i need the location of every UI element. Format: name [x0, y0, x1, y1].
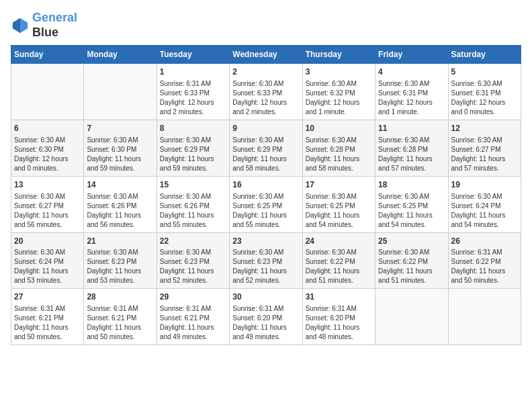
day-info: Sunrise: 6:30 AM Sunset: 6:31 PM Dayligh…: [451, 79, 518, 117]
day-number: 30: [232, 291, 299, 303]
day-info: Sunrise: 6:30 AM Sunset: 6:30 PM Dayligh…: [14, 136, 81, 173]
day-info: Sunrise: 6:30 AM Sunset: 6:25 PM Dayligh…: [378, 192, 445, 230]
calendar-cell: 24Sunrise: 6:30 AM Sunset: 6:22 PM Dayli…: [302, 232, 375, 289]
header-wednesday: Wednesday: [230, 46, 302, 64]
calendar-cell: 7Sunrise: 6:30 AM Sunset: 6:30 PM Daylig…: [84, 120, 157, 176]
day-info: Sunrise: 6:30 AM Sunset: 6:23 PM Dayligh…: [160, 248, 226, 285]
calendar-week-4: 20Sunrise: 6:30 AM Sunset: 6:24 PM Dayli…: [11, 232, 521, 289]
header-saturday: Saturday: [448, 46, 521, 64]
day-number: 18: [378, 179, 445, 191]
day-info: Sunrise: 6:30 AM Sunset: 6:26 PM Dayligh…: [160, 192, 226, 230]
calendar-cell: 26Sunrise: 6:31 AM Sunset: 6:22 PM Dayli…: [448, 232, 521, 289]
day-info: Sunrise: 6:30 AM Sunset: 6:22 PM Dayligh…: [306, 248, 372, 285]
calendar-cell: 9Sunrise: 6:30 AM Sunset: 6:29 PM Daylig…: [230, 120, 302, 176]
calendar-cell: 19Sunrise: 6:30 AM Sunset: 6:24 PM Dayli…: [448, 176, 521, 232]
day-number: 15: [160, 179, 226, 191]
day-number: 21: [87, 236, 153, 247]
header-sunday: Sunday: [11, 46, 84, 64]
day-number: 5: [451, 66, 518, 78]
calendar-cell: 15Sunrise: 6:30 AM Sunset: 6:26 PM Dayli…: [157, 176, 229, 232]
day-number: 9: [232, 123, 299, 134]
calendar-week-2: 6Sunrise: 6:30 AM Sunset: 6:30 PM Daylig…: [11, 120, 521, 176]
day-info: Sunrise: 6:30 AM Sunset: 6:22 PM Dayligh…: [378, 248, 445, 285]
day-info: Sunrise: 6:30 AM Sunset: 6:26 PM Dayligh…: [87, 192, 153, 230]
day-info: Sunrise: 6:30 AM Sunset: 6:23 PM Dayligh…: [232, 248, 299, 285]
day-number: 24: [306, 236, 372, 247]
day-info: Sunrise: 6:30 AM Sunset: 6:25 PM Dayligh…: [306, 192, 372, 230]
day-number: 19: [451, 179, 518, 191]
calendar-cell: 17Sunrise: 6:30 AM Sunset: 6:25 PM Dayli…: [302, 176, 375, 232]
day-info: Sunrise: 6:30 AM Sunset: 6:31 PM Dayligh…: [378, 79, 445, 117]
logo-icon: [11, 16, 30, 35]
calendar-cell: 1Sunrise: 6:31 AM Sunset: 6:33 PM Daylig…: [157, 64, 229, 120]
day-number: 25: [378, 236, 445, 247]
day-number: 29: [160, 291, 226, 303]
calendar-cell: 20Sunrise: 6:30 AM Sunset: 6:24 PM Dayli…: [11, 232, 84, 289]
calendar-header-row: SundayMondayTuesdayWednesdayThursdayFrid…: [11, 46, 521, 64]
day-number: 17: [306, 179, 372, 191]
day-info: Sunrise: 6:30 AM Sunset: 6:29 PM Dayligh…: [160, 136, 226, 173]
calendar-cell: 12Sunrise: 6:30 AM Sunset: 6:27 PM Dayli…: [448, 120, 521, 176]
calendar-cell: 29Sunrise: 6:31 AM Sunset: 6:21 PM Dayli…: [157, 289, 229, 345]
logo-text: General Blue: [32, 11, 77, 40]
day-info: Sunrise: 6:30 AM Sunset: 6:25 PM Dayligh…: [232, 192, 299, 230]
calendar-table: SundayMondayTuesdayWednesdayThursdayFrid…: [11, 45, 521, 345]
svg-marker-0: [20, 17, 28, 32]
day-number: 31: [306, 291, 372, 303]
day-info: Sunrise: 6:31 AM Sunset: 6:33 PM Dayligh…: [160, 79, 226, 117]
day-info: Sunrise: 6:30 AM Sunset: 6:32 PM Dayligh…: [306, 79, 372, 117]
calendar-week-3: 13Sunrise: 6:30 AM Sunset: 6:27 PM Dayli…: [11, 176, 521, 232]
day-number: 1: [160, 66, 226, 78]
calendar-cell: 23Sunrise: 6:30 AM Sunset: 6:23 PM Dayli…: [230, 232, 302, 289]
header-monday: Monday: [84, 46, 157, 64]
day-number: 23: [232, 236, 299, 247]
calendar-cell: 14Sunrise: 6:30 AM Sunset: 6:26 PM Dayli…: [84, 176, 157, 232]
calendar-cell: [375, 289, 448, 345]
day-number: 11: [378, 123, 445, 134]
day-info: Sunrise: 6:31 AM Sunset: 6:21 PM Dayligh…: [160, 304, 226, 342]
calendar-cell: 5Sunrise: 6:30 AM Sunset: 6:31 PM Daylig…: [448, 64, 521, 120]
day-number: 27: [14, 291, 81, 303]
page-header: General Blue: [11, 11, 521, 40]
calendar-cell: 3Sunrise: 6:30 AM Sunset: 6:32 PM Daylig…: [302, 64, 375, 120]
day-info: Sunrise: 6:30 AM Sunset: 6:33 PM Dayligh…: [232, 79, 299, 117]
day-number: 8: [160, 123, 226, 134]
day-info: Sunrise: 6:30 AM Sunset: 6:30 PM Dayligh…: [87, 136, 153, 173]
header-friday: Friday: [375, 46, 448, 64]
day-number: 13: [14, 179, 81, 191]
day-number: 10: [306, 123, 372, 134]
calendar-cell: 22Sunrise: 6:30 AM Sunset: 6:23 PM Dayli…: [157, 232, 229, 289]
calendar-cell: 8Sunrise: 6:30 AM Sunset: 6:29 PM Daylig…: [157, 120, 229, 176]
day-number: 2: [232, 66, 299, 78]
day-number: 16: [232, 179, 299, 191]
day-number: 14: [87, 179, 153, 191]
svg-marker-1: [13, 17, 20, 32]
day-number: 26: [451, 236, 518, 247]
day-info: Sunrise: 6:30 AM Sunset: 6:28 PM Dayligh…: [378, 136, 445, 173]
calendar-cell: [11, 64, 84, 120]
day-number: 28: [87, 291, 153, 303]
day-info: Sunrise: 6:30 AM Sunset: 6:23 PM Dayligh…: [87, 248, 153, 285]
day-info: Sunrise: 6:30 AM Sunset: 6:24 PM Dayligh…: [451, 192, 518, 230]
calendar-cell: 30Sunrise: 6:31 AM Sunset: 6:20 PM Dayli…: [230, 289, 302, 345]
calendar-cell: 6Sunrise: 6:30 AM Sunset: 6:30 PM Daylig…: [11, 120, 84, 176]
day-info: Sunrise: 6:31 AM Sunset: 6:20 PM Dayligh…: [232, 304, 299, 342]
calendar-cell: 2Sunrise: 6:30 AM Sunset: 6:33 PM Daylig…: [230, 64, 302, 120]
day-info: Sunrise: 6:30 AM Sunset: 6:27 PM Dayligh…: [451, 136, 518, 173]
calendar-cell: [448, 289, 521, 345]
calendar-week-5: 27Sunrise: 6:31 AM Sunset: 6:21 PM Dayli…: [11, 289, 521, 345]
day-number: 20: [14, 236, 81, 247]
calendar-cell: 31Sunrise: 6:31 AM Sunset: 6:20 PM Dayli…: [302, 289, 375, 345]
calendar-cell: 18Sunrise: 6:30 AM Sunset: 6:25 PM Dayli…: [375, 176, 448, 232]
header-thursday: Thursday: [302, 46, 375, 64]
calendar-cell: 16Sunrise: 6:30 AM Sunset: 6:25 PM Dayli…: [230, 176, 302, 232]
day-number: 4: [378, 66, 445, 78]
day-info: Sunrise: 6:30 AM Sunset: 6:28 PM Dayligh…: [306, 136, 372, 173]
day-number: 7: [87, 123, 153, 134]
day-info: Sunrise: 6:31 AM Sunset: 6:21 PM Dayligh…: [87, 304, 153, 342]
calendar-cell: 21Sunrise: 6:30 AM Sunset: 6:23 PM Dayli…: [84, 232, 157, 289]
day-info: Sunrise: 6:30 AM Sunset: 6:29 PM Dayligh…: [232, 136, 299, 173]
day-info: Sunrise: 6:30 AM Sunset: 6:27 PM Dayligh…: [14, 192, 81, 230]
calendar-cell: 10Sunrise: 6:30 AM Sunset: 6:28 PM Dayli…: [302, 120, 375, 176]
calendar-cell: 27Sunrise: 6:31 AM Sunset: 6:21 PM Dayli…: [11, 289, 84, 345]
